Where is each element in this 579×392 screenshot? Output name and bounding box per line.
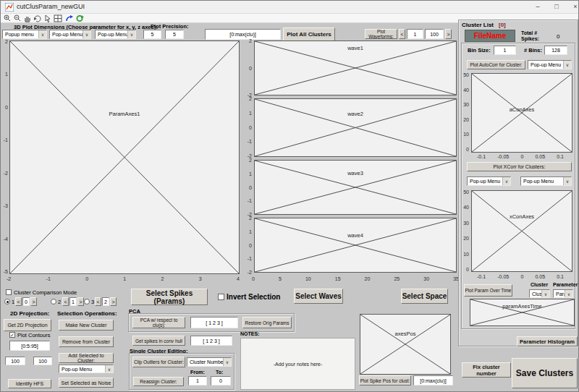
rotate-3d-icon[interactable] <box>33 14 42 22</box>
minimize-button[interactable]: – <box>528 1 548 13</box>
select-spikes-button[interactable]: Select Spikes (Params) <box>131 289 208 305</box>
pos-axes[interactable]: axesPos <box>360 314 451 375</box>
grid-y-field[interactable]: 100 <box>33 357 52 365</box>
wave2-axes[interactable]: wave2 <box>254 98 457 157</box>
add-cluster-dropdown[interactable]: Pop-up Menu ∨ <box>59 365 114 373</box>
chevron-down-icon: ∨ <box>105 365 113 372</box>
time-cluster-dropdown[interactable]: Clust... ∨ <box>529 289 550 298</box>
fix-cluster-number-button[interactable]: Fix cluster number <box>462 362 511 378</box>
dropdown-value: Cluster Number <box>187 359 223 365</box>
parameter-histogram-button[interactable]: Parameter Histogram <box>517 336 578 346</box>
acorr-axes[interactable]: aConAxes <box>471 73 572 153</box>
compare-2-prev-button[interactable]: < <box>62 297 69 306</box>
reassign-from-field[interactable]: 1 <box>188 376 207 385</box>
compare-radio-1[interactable] <box>4 299 10 304</box>
tick-label: -0.05 <box>497 154 509 159</box>
compare-1-prev-button[interactable]: < <box>15 297 22 306</box>
wave4-axes[interactable]: wave4 <box>254 218 457 273</box>
plot-param-over-time-button[interactable]: Plot Param Over Time <box>464 284 512 297</box>
wave3-yticks: 210-1-2 <box>244 158 252 217</box>
pca-respect-button[interactable]: PCA w/ respect to clu(s): <box>132 317 185 328</box>
wave3-axes[interactable]: wave3 <box>254 160 457 215</box>
colorbar-icon[interactable] <box>54 14 62 22</box>
compare-2-next-button[interactable]: > <box>77 297 84 306</box>
projection-title: 2D Projection: <box>10 310 49 317</box>
compare-radio-2[interactable] <box>51 299 56 304</box>
total-spikes-label: Total # Spikes: <box>521 30 543 42</box>
waveform-end-field[interactable]: 100 <box>425 29 444 39</box>
cluster-number-dropdown[interactable]: Cluster Number ∨ <box>187 357 232 367</box>
param-axes[interactable]: ParamAxes1 <box>9 41 240 274</box>
reassign-cluster-button[interactable]: Reassign Cluster: <box>133 377 184 386</box>
select-space-button[interactable]: Select Space <box>401 289 448 304</box>
grid-x-field[interactable]: 100 <box>5 357 25 365</box>
conv-hull-field[interactable]: [ 1 2 3 ] <box>190 336 232 346</box>
cluster-listbox[interactable]: FileName <box>465 30 515 42</box>
xcorr-axes[interactable]: xConAxes <box>471 190 572 272</box>
compare-1-next-button[interactable]: > <box>30 297 37 306</box>
plot-contours-checkbox[interactable]: ✓ <box>9 332 15 338</box>
plot-xcorr-button[interactable]: Plot XCorr for Clusters: <box>467 162 572 171</box>
compare-2-value[interactable]: 1 <box>69 297 77 306</box>
compare-radio-3[interactable] <box>84 299 90 304</box>
waveform-next-button[interactable]: > <box>445 29 452 39</box>
cluster-comparison-checkbox[interactable] <box>6 289 12 295</box>
compare-3-prev-button[interactable]: < <box>95 297 101 306</box>
autocorr-cluster-dropdown[interactable]: Pop-up Menu ∨ <box>528 60 572 69</box>
refresh-icon[interactable] <box>75 14 84 22</box>
identify-hfs-button[interactable]: Identify HFS <box>8 379 51 388</box>
tick-label: 0 <box>249 66 252 71</box>
clip-outliers-button[interactable]: Clip Outliers for Cluster: <box>132 357 185 367</box>
y-axis-param-dropdown[interactable]: Pop-up Menu ∨ <box>49 30 91 39</box>
waveform-prev-button[interactable]: < <box>399 29 405 39</box>
conv-hull-button[interactable]: Get spikes in conv hull <box>132 336 185 346</box>
plot-all-clusters-button[interactable]: Plot All Clusters <box>283 27 335 41</box>
maximize-button[interactable]: □ <box>546 1 567 13</box>
axes-cross <box>360 315 450 374</box>
plot-autocorr-button[interactable]: Plot AutoCorr for Cluster: <box>467 60 525 69</box>
param-time-axes[interactable]: paramAxesTime <box>470 299 575 326</box>
precision-x-field[interactable]: 5 <box>143 30 161 39</box>
waveform-start-field[interactable]: 1 <box>407 29 423 39</box>
wave1-axes[interactable]: wave1 <box>254 41 457 95</box>
close-button[interactable]: × <box>565 1 579 13</box>
brush-icon[interactable] <box>65 14 74 22</box>
save-clusters-button[interactable]: Save Clusters <box>512 358 578 388</box>
num-bins-field[interactable]: 128 <box>544 46 567 55</box>
plot-spike-pos-button[interactable]: Plot Spike Pos for clust: <box>359 375 411 385</box>
notes-textarea[interactable]: -Add your notes here- <box>240 338 355 390</box>
compare-3-value[interactable]: 2 <box>102 297 109 306</box>
x-axis-param-dropdown[interactable]: Popup menu ∨ <box>2 30 47 39</box>
precision-y-field[interactable]: 5 <box>165 30 184 39</box>
reassign-to-field[interactable]: 0 <box>211 376 231 385</box>
compare-1-value[interactable]: 0 <box>22 297 30 306</box>
pca-clusters-field[interactable]: [ 1 2 3 ] <box>190 317 238 328</box>
xcorr-cluster2-dropdown[interactable]: Pop-up Menu ∨ <box>520 176 572 186</box>
restore-orig-params-button[interactable]: Restore Orig Params <box>242 317 292 328</box>
total-spikes-value: 0 <box>557 33 559 40</box>
remove-from-cluster-button[interactable]: Remove from Cluster <box>59 336 114 347</box>
plot-waveforms-button[interactable]: Plot Waveforms: <box>365 29 397 39</box>
figure-icon <box>5 3 14 12</box>
zoom-in-icon[interactable] <box>3 14 12 22</box>
invert-selection-checkbox[interactable] <box>218 294 224 300</box>
compare-3-next-button[interactable]: > <box>110 297 117 306</box>
make-new-cluster-button[interactable]: Make New Cluster <box>59 320 114 331</box>
dropdown-value: Clust... <box>530 291 541 297</box>
set-selected-noise-button[interactable]: Set Selected as Noise <box>59 378 114 388</box>
bin-size-field[interactable]: 1 <box>494 46 516 55</box>
xcorr-cluster1-dropdown[interactable]: Pop-up Menu ∨ <box>467 176 511 186</box>
data-cursor-icon[interactable] <box>43 14 52 22</box>
time-parameter-dropdown[interactable]: Para... ∨ <box>553 289 573 298</box>
zoom-out-icon[interactable] <box>13 14 22 22</box>
dropdown-value: Pop-up Menu <box>50 32 83 37</box>
pan-icon[interactable] <box>23 14 32 22</box>
spike-pos-range-field[interactable]: [0:max(clu)] <box>413 375 453 385</box>
cluster-range-field[interactable]: [0:max(clu)] <box>205 29 281 40</box>
add-selected-to-cluster-button[interactable]: Add Selected to Cluster: <box>59 353 114 363</box>
contour-range-field[interactable]: [0:5:95] <box>9 341 50 351</box>
select-waves-button[interactable]: Select Waves <box>294 289 343 304</box>
axes-cross <box>255 161 456 214</box>
get-2d-projection-button[interactable]: Get 2D Projection <box>4 319 51 331</box>
z-axis-param-dropdown[interactable]: Pop-up Menu ∨ <box>95 30 136 39</box>
